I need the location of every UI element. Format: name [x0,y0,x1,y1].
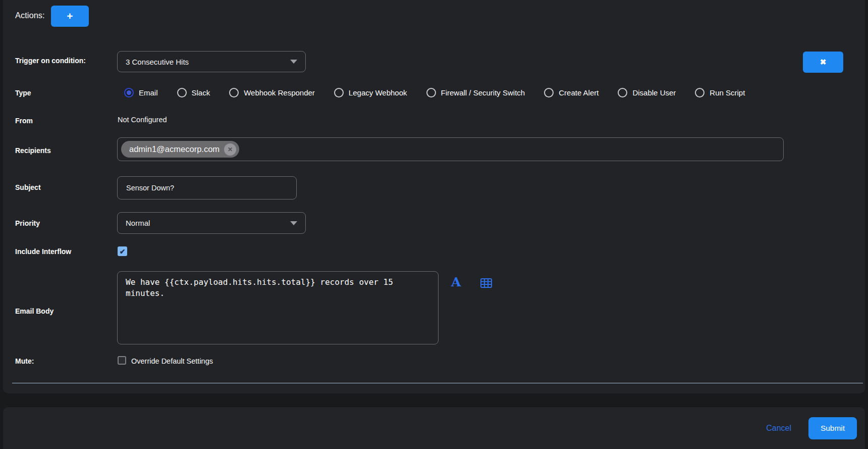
recipient-email: admin1@acmecorp.com [129,144,220,154]
radio-icon [426,88,436,97]
subject-label: Subject [15,183,41,191]
priority-value: Normal [126,219,150,227]
footer-bar: Cancel Submit [3,407,865,449]
submit-button[interactable]: Submit [808,417,857,439]
radio-run-script[interactable]: Run Script [695,88,745,97]
radio-label: Run Script [710,88,745,97]
include-interflow-label: Include Interflow [15,247,71,256]
radio-legacy-webhook[interactable]: Legacy Webhook [334,88,407,97]
table-icon[interactable] [480,278,492,290]
radio-label: Create Alert [559,88,599,97]
mute-override-label: Override Default Settings [131,357,213,365]
email-body-textarea[interactable]: We have {{ctx.payload.hits.hits.total}} … [117,271,439,344]
add-action-button[interactable]: + [51,6,89,27]
trigger-condition-select[interactable]: 3 Consecutive Hits [117,51,306,72]
priority-label: Priority [15,219,40,227]
email-body-label: Email Body [15,307,53,315]
radio-icon [177,88,187,97]
type-radio-group: EmailSlackWebhook ResponderLegacy Webhoo… [124,86,745,99]
radio-icon [229,88,239,97]
radio-label: Email [139,88,158,97]
radio-label: Webhook Responder [244,88,315,97]
radio-label: Disable User [632,88,676,97]
radio-label: Legacy Webhook [349,88,407,97]
chevron-down-icon [290,60,297,64]
subject-input[interactable]: Sensor Down? [117,176,297,199]
cancel-button[interactable]: Cancel [766,424,791,433]
radio-icon [544,88,554,97]
trigger-condition-value: 3 Consecutive Hits [126,58,189,66]
radio-firewall-security-switch[interactable]: Firewall / Security Switch [426,88,525,97]
radio-create-alert[interactable]: Create Alert [544,88,599,97]
close-icon: ✖ [820,58,827,67]
radio-slack[interactable]: Slack [177,88,210,97]
radio-icon [334,88,344,97]
mute-override-checkbox[interactable] [118,356,126,365]
radio-label: Firewall / Security Switch [441,88,525,97]
checkmark-icon: ✔ [120,247,126,256]
radio-icon [695,88,704,97]
radio-disable-user[interactable]: Disable User [618,88,676,97]
actions-label: Actions: [15,11,45,20]
radio-selected-icon [124,88,134,97]
action-config-panel: Actions: + Trigger on condition: 3 Conse… [3,0,865,393]
chevron-down-icon [290,221,297,225]
recipients-label: Recipients [15,146,51,155]
divider [12,383,863,383]
from-value: Not Configured [118,116,167,124]
screen: Actions: + Trigger on condition: 3 Conse… [0,0,868,449]
priority-select[interactable]: Normal [117,212,306,234]
radio-webhook-responder[interactable]: Webhook Responder [229,88,315,97]
type-label: Type [15,89,31,97]
radio-icon [618,88,627,97]
font-icon[interactable]: A [451,276,461,288]
subject-value: Sensor Down? [126,184,174,192]
remove-action-button[interactable]: ✖ [803,52,843,73]
radio-label: Slack [192,88,210,97]
recipients-input[interactable]: admin1@acmecorp.com✕ [117,137,784,161]
trigger-condition-label: Trigger on condition: [15,57,86,65]
radio-email[interactable]: Email [124,88,158,97]
recipient-tag: admin1@acmecorp.com✕ [121,141,239,158]
plus-icon: + [67,10,73,22]
remove-recipient-icon[interactable]: ✕ [224,143,236,156]
include-interflow-checkbox[interactable]: ✔ [118,246,127,256]
from-label: From [15,117,33,125]
mute-label: Mute: [15,357,34,365]
